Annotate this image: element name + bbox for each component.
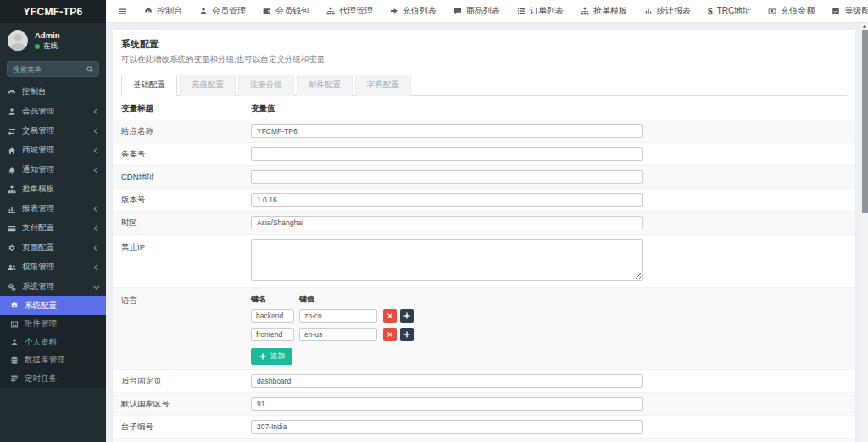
sidebar-item-page-config[interactable]: 页面配置 bbox=[0, 238, 106, 257]
site-name-input[interactable] bbox=[251, 124, 643, 138]
credit-card-icon bbox=[8, 224, 16, 233]
plus-icon bbox=[259, 352, 267, 361]
sidebar-item-grab-template[interactable]: 抢单模板 bbox=[0, 180, 106, 199]
tab-recharge-config[interactable]: 充值配置 bbox=[180, 75, 236, 96]
gear-icon bbox=[10, 301, 19, 310]
sidebar-item-members[interactable]: 会员管理 bbox=[0, 102, 106, 121]
plus-icon bbox=[403, 312, 411, 320]
topnav-item-label: 充值金额 bbox=[781, 5, 815, 17]
topnav-item-label: 会员管理 bbox=[212, 5, 246, 17]
table-row: 后台固定页 bbox=[113, 370, 855, 393]
sidebar-item-cron[interactable]: 定时任务 bbox=[0, 369, 106, 388]
topnav-item-dashboard[interactable]: 控制台 bbox=[136, 0, 191, 23]
icp-number-input[interactable] bbox=[251, 147, 643, 161]
topnav-item-members[interactable]: 会员管理 bbox=[191, 0, 254, 23]
topnav-item-recharge-list[interactable]: 充值列表 bbox=[381, 0, 445, 23]
scrollbar-thumb[interactable] bbox=[862, 30, 868, 213]
gauge-icon bbox=[144, 7, 153, 15]
table-row-language: 语言 键名 键值 bbox=[113, 288, 855, 370]
users-icon bbox=[8, 263, 16, 272]
topnav-item-label: 控制台 bbox=[157, 5, 182, 17]
sidebar-item-database[interactable]: 数据库管理 bbox=[0, 351, 106, 370]
add-pair-button[interactable] bbox=[400, 309, 414, 323]
scrollbar-up-arrow[interactable] bbox=[863, 25, 866, 28]
version-input[interactable] bbox=[251, 193, 643, 207]
topnav-item-products[interactable]: 商品列表 bbox=[445, 0, 509, 23]
sidebar-item-permissions[interactable]: 权限管理 bbox=[0, 257, 106, 277]
table-row: 默认国家区号 bbox=[113, 393, 855, 416]
forbidden-ip-textarea[interactable] bbox=[251, 239, 643, 281]
language-value-input[interactable] bbox=[299, 328, 377, 341]
topnav-item-wallet[interactable]: 会员钱包 bbox=[254, 0, 318, 23]
topnav-item-reports[interactable]: 统计报表 bbox=[636, 0, 699, 23]
sidebar-item-system-config[interactable]: 系统配置 bbox=[0, 296, 106, 315]
sidebar-item-dashboard[interactable]: 控制台 bbox=[0, 82, 106, 102]
table-row: 台子所在国家 bbox=[113, 439, 855, 442]
main-content: 系统配置 可以在此增改系统的变量和分组,也可以自定义分组和变量 基础配置 充值配… bbox=[106, 23, 861, 442]
chevron-left-icon bbox=[94, 109, 99, 114]
search-button[interactable] bbox=[81, 62, 98, 76]
chevron-left-icon bbox=[94, 148, 99, 153]
language-key-input[interactable] bbox=[251, 309, 294, 323]
topnav-item-orders[interactable]: 订单列表 bbox=[509, 0, 572, 23]
table-row: CDN地址 bbox=[113, 166, 855, 189]
cdn-url-input[interactable] bbox=[251, 170, 643, 184]
topnav-item-label: 代理管理 bbox=[339, 5, 373, 17]
timezone-input[interactable] bbox=[251, 216, 643, 229]
sidebar-item-reports[interactable]: 报表管理 bbox=[0, 199, 106, 218]
sidebar-item-profile[interactable]: 个人资料 bbox=[0, 333, 106, 351]
levels-icon bbox=[832, 7, 840, 15]
search-icon bbox=[86, 65, 94, 74]
language-key-input[interactable] bbox=[251, 328, 294, 341]
language-value-input[interactable] bbox=[299, 309, 377, 323]
add-pair-button[interactable] bbox=[400, 328, 414, 341]
sidebar-item-notifications[interactable]: 通知管理 bbox=[0, 160, 106, 180]
app: YFCMF-TP6 控制台 会员管理 会员钱包 代理管理 充值列表 商品列表 订… bbox=[0, 0, 868, 442]
site-number-input[interactable] bbox=[251, 420, 643, 434]
table-row: 台子编号 bbox=[113, 416, 855, 439]
sidebar-item-mall[interactable]: 商城管理 bbox=[0, 141, 106, 160]
sidebar-toggle-button[interactable] bbox=[109, 0, 136, 23]
bell-icon bbox=[8, 166, 16, 174]
table-row: 时区 bbox=[113, 212, 855, 235]
topnav-item-grab-template[interactable]: 抢单模板 bbox=[572, 0, 636, 23]
tab-dict-config[interactable]: 字典配置 bbox=[355, 75, 411, 96]
tab-mail-config[interactable]: 邮件配置 bbox=[297, 75, 353, 96]
column-header-title: 变量标题 bbox=[121, 103, 251, 114]
tab-register-group[interactable]: 注册分组 bbox=[238, 75, 294, 96]
column-header-value: 变量值 bbox=[251, 103, 847, 114]
sign-in-icon bbox=[390, 7, 398, 15]
sidebar-username: Admin bbox=[35, 30, 60, 41]
plus-icon bbox=[403, 330, 411, 339]
table-header: 变量标题 变量值 bbox=[113, 96, 855, 120]
remove-pair-button[interactable] bbox=[383, 309, 397, 323]
backend-homepage-input[interactable] bbox=[251, 374, 643, 388]
sidebar-search bbox=[7, 61, 99, 77]
page-scrollbar[interactable] bbox=[861, 23, 868, 442]
country-code-input[interactable] bbox=[251, 397, 643, 411]
dollar-icon: $ bbox=[708, 7, 713, 16]
topnav-item-agents[interactable]: 代理管理 bbox=[318, 0, 381, 23]
sidebar-item-payment-config[interactable]: 支付配置 bbox=[0, 218, 106, 238]
search-input[interactable] bbox=[8, 65, 81, 74]
database-icon bbox=[10, 356, 19, 365]
bar-chart-icon bbox=[8, 205, 16, 213]
tab-basic-config[interactable]: 基础配置 bbox=[121, 75, 177, 96]
close-icon bbox=[386, 312, 394, 320]
comment-icon bbox=[453, 7, 462, 15]
topnav-item-recharge-amount[interactable]: 充值金额 bbox=[760, 0, 823, 23]
person-icon bbox=[10, 338, 19, 346]
chevron-left-icon bbox=[94, 226, 99, 231]
topnav-item-level-config[interactable]: 等级配置 bbox=[823, 0, 868, 23]
sidebar-item-transactions[interactable]: 交易管理 bbox=[0, 121, 106, 141]
config-card: 系统配置 可以在此增改系统的变量和分组,也可以自定义分组和变量 基础配置 充值配… bbox=[112, 30, 856, 442]
append-button[interactable]: 追加 bbox=[251, 348, 292, 365]
table-row: 版本号 bbox=[113, 189, 855, 212]
remove-pair-button[interactable] bbox=[383, 328, 397, 341]
topnav-item-label: TRC地址 bbox=[717, 5, 752, 17]
app-logo[interactable]: YFCMF-TP6 bbox=[0, 0, 106, 23]
sidebar-item-system[interactable]: 系统管理 bbox=[0, 277, 106, 296]
topnav-item-trc-address[interactable]: $TRC地址 bbox=[699, 0, 760, 23]
list-icon bbox=[517, 7, 526, 15]
sidebar-item-attachments[interactable]: 附件管理 bbox=[0, 315, 106, 334]
